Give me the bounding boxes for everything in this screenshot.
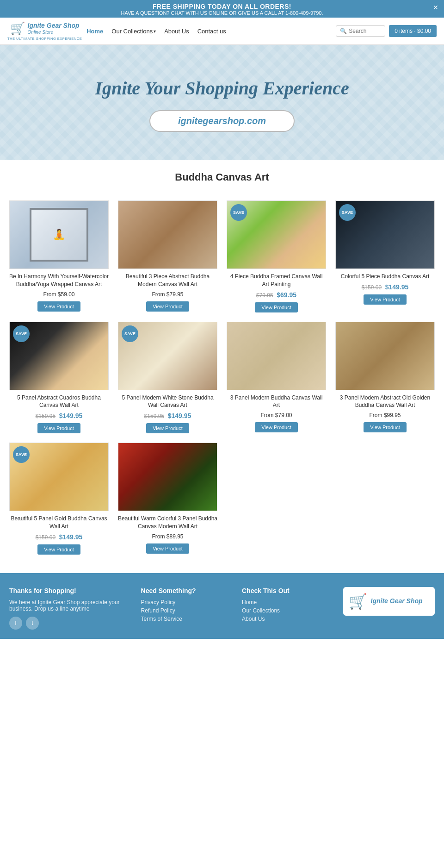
product-card: SAVE 5 Panel Abstract Cuadros Buddha Can…	[9, 322, 109, 434]
price-original: $159.95	[144, 413, 164, 419]
footer-cart-icon: 🛒	[349, 593, 367, 610]
announce-main: FREE SHIPPING TODAY ON ALL ORDERS!	[9, 3, 435, 10]
view-product-btn[interactable]: View Product	[146, 301, 189, 312]
view-product-btn[interactable]: View Product	[37, 423, 80, 433]
price-area: From $89.95	[118, 533, 217, 540]
footer-logo-box: 🛒 Ignite Gear Shop	[343, 587, 435, 616]
product-card: SAVE Colorful 5 Piece Buddha Canvas Art …	[335, 200, 435, 312]
search-icon: 🔍	[340, 28, 347, 34]
price-area: $159.00 $149.95	[9, 533, 109, 541]
announce-bar: FREE SHIPPING TODAY ON ALL ORDERS! HAVE …	[0, 0, 444, 18]
product-card: SAVE 5 Panel Modern White Stone Buddha W…	[118, 322, 217, 434]
price-original: $79.95	[256, 292, 273, 299]
price-sale: $149.95	[59, 533, 83, 541]
hero-title: Ignite Your Shopping Experience	[9, 77, 435, 99]
save-badge: SAVE	[13, 325, 30, 342]
logo: 🛒 Ignite Gear Shop Online Store THE ULTI…	[7, 21, 82, 41]
price-area: From $79.00	[227, 412, 326, 418]
cart-button[interactable]: 0 items · $0.00	[389, 25, 437, 37]
announce-sub: HAVE A QUESTION? CHAT WITH US ONLINE OR …	[9, 10, 435, 16]
footer-refund[interactable]: Refund Policy	[141, 607, 233, 614]
save-badge: SAVE	[230, 204, 247, 221]
product-card: Beautiful Warm Colorful 3 Panel Buddha C…	[118, 443, 217, 555]
price-original: $159.00	[362, 284, 382, 291]
price-area: $79.95 $69.95	[227, 291, 326, 299]
facebook-icon[interactable]: f	[9, 617, 22, 630]
product-title: Beautiful Warm Colorful 3 Panel Buddha C…	[118, 515, 217, 531]
footer-col2-title: Need Something?	[141, 587, 233, 594]
footer-home[interactable]: Home	[242, 599, 333, 606]
product-card: 3 Panel Modern Buddha Canvas Wall Art Fr…	[227, 322, 326, 434]
view-product-btn[interactable]: View Product	[146, 423, 189, 433]
nav-collections[interactable]: Our Collections ▾	[111, 28, 156, 35]
save-badge: SAVE	[122, 325, 138, 342]
product-card: 3 Panel Modern Abstract Old Golden Buddh…	[335, 322, 435, 434]
logo-title: Ignite Gear Shop	[28, 22, 80, 29]
footer-col-check: Check This Out Home Our Collections Abou…	[242, 587, 333, 630]
search-box[interactable]: 🔍	[336, 25, 385, 37]
product-card: Beautiful 3 Piece Abstract Buddha Modern…	[118, 200, 217, 312]
price-area: From $79.95	[118, 291, 217, 298]
footer-collections[interactable]: Our Collections	[242, 607, 333, 614]
nav-contact[interactable]: Contact us	[197, 28, 226, 35]
price-sale: $149.95	[168, 412, 191, 419]
product-title: Beautiful 5 Panel Gold Buddha Canvas Wal…	[9, 515, 109, 531]
footer-col1-title: Thanks for Shopping!	[9, 587, 132, 594]
footer-about[interactable]: About Us	[242, 616, 333, 622]
price-area: $159.00 $149.95	[335, 283, 435, 291]
social-icons: f t	[9, 617, 132, 630]
price-original: $159.95	[36, 413, 56, 419]
logo-subtitle: Online Store	[28, 30, 80, 35]
footer-col1-text: We here at Ignite Gear Shop appreciate y…	[9, 599, 132, 612]
product-title: 4 Piece Buddha Framed Canvas Wall Art Pa…	[227, 273, 326, 288]
price-sale: $149.95	[59, 412, 83, 419]
view-product-btn[interactable]: View Product	[37, 544, 80, 555]
product-card: SAVE Beautiful 5 Panel Gold Buddha Canva…	[9, 443, 109, 555]
save-badge: SAVE	[13, 446, 30, 463]
view-product-btn[interactable]: View Product	[364, 294, 407, 305]
section-title: Buddha Canvas Art	[0, 160, 444, 191]
product-card: 🧘 Be In Harmony With Yourself-Watercolor…	[9, 200, 109, 312]
footer-col-logo: 🛒 Ignite Gear Shop	[343, 587, 435, 630]
product-title: 3 Panel Modern Abstract Old Golden Buddh…	[335, 394, 435, 410]
nav-home[interactable]: Home	[86, 28, 103, 35]
price-sale: $69.95	[277, 291, 296, 299]
footer-col-need: Need Something? Privacy Policy Refund Po…	[141, 587, 233, 630]
cart-logo-icon: 🛒	[10, 21, 25, 36]
footer: Thanks for Shopping! We here at Ignite G…	[0, 573, 444, 639]
product-title: 5 Panel Abstract Cuadros Buddha Canvas W…	[9, 394, 109, 410]
price-area: $159.95 $149.95	[118, 412, 217, 419]
chevron-down-icon: ▾	[154, 29, 156, 34]
footer-col-thanks: Thanks for Shopping! We here at Ignite G…	[9, 587, 132, 630]
product-image	[118, 200, 217, 269]
close-icon[interactable]: ✕	[433, 4, 438, 11]
footer-col3-title: Check This Out	[242, 587, 333, 594]
product-image	[335, 322, 435, 390]
twitter-icon[interactable]: t	[26, 617, 39, 630]
footer-privacy[interactable]: Privacy Policy	[141, 599, 233, 606]
save-badge: SAVE	[339, 204, 356, 221]
product-title: Colorful 5 Piece Buddha Canvas Art	[335, 273, 435, 281]
product-title: 3 Panel Modern Buddha Canvas Wall Art	[227, 394, 326, 410]
product-title: 5 Panel Modern White Stone Buddha Wall C…	[118, 394, 217, 410]
view-product-btn[interactable]: View Product	[255, 302, 298, 312]
product-card: SAVE 4 Piece Buddha Framed Canvas Wall A…	[227, 200, 326, 312]
view-product-btn[interactable]: View Product	[146, 543, 189, 554]
hero-banner: Ignite Your Shopping Experience ignitege…	[0, 45, 444, 160]
view-product-btn[interactable]: View Product	[37, 301, 80, 312]
main-nav: Home Our Collections ▾ About Us Contact …	[82, 28, 336, 35]
footer-terms[interactable]: Terms of Service	[141, 616, 233, 622]
product-image: 🧘	[9, 200, 109, 269]
view-product-btn[interactable]: View Product	[255, 422, 298, 432]
price-area: $159.95 $149.95	[9, 412, 109, 419]
search-input[interactable]	[349, 28, 381, 34]
price-original: $159.00	[36, 534, 56, 541]
product-title: Be In Harmony With Yourself-Watercolor B…	[9, 273, 109, 288]
product-title: Beautiful 3 Piece Abstract Buddha Modern…	[118, 273, 217, 288]
hero-url-box: ignitegearshop.com	[149, 110, 295, 132]
product-image	[118, 443, 217, 511]
nav-about[interactable]: About Us	[164, 28, 189, 35]
footer-logo-title: Ignite Gear Shop	[371, 597, 423, 605]
hero-url: ignitegearshop.com	[178, 116, 266, 126]
view-product-btn[interactable]: View Product	[364, 422, 407, 432]
